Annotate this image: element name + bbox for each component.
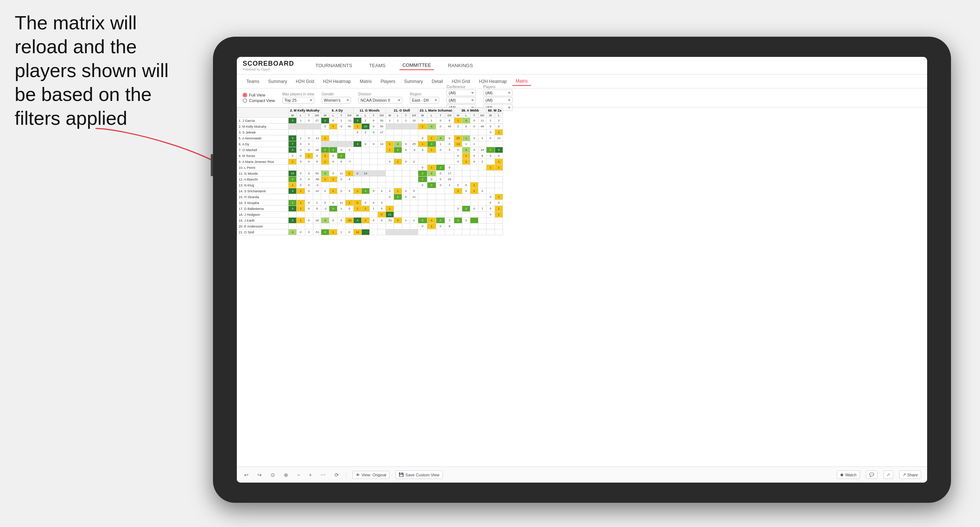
matrix-cell: -4	[410, 147, 418, 153]
table-row: 2. M Kelly Mulcahy0704011005014045060460…	[237, 124, 503, 130]
redo-button[interactable]: ↪	[256, 470, 263, 479]
matrix-cell: 4	[445, 147, 454, 153]
matrix-cell	[362, 229, 370, 235]
nav-tournaments[interactable]: TOURNAMENTS	[312, 61, 355, 70]
matrix-cell: 2	[418, 176, 427, 183]
matrix-cell: 1	[427, 165, 436, 171]
compact-view-radio[interactable]	[243, 98, 247, 103]
player-name-cell[interactable]: 12. A Bianchi	[237, 176, 289, 183]
sub-nav-h2h-grid1[interactable]: H2H Grid	[292, 78, 318, 86]
matrix-cell	[289, 224, 297, 229]
player-name-cell[interactable]: 8. M Torres	[237, 153, 289, 159]
matrix-cell	[337, 141, 345, 147]
watch-button[interactable]: ◉ Watch	[837, 470, 860, 479]
player-name-cell[interactable]: 17. D Ballesteros	[237, 206, 289, 212]
matrix-cell	[486, 183, 495, 188]
matrix-cell: 25	[445, 176, 454, 183]
matrix-cell: 1	[337, 206, 345, 212]
matrix-cell: 1	[418, 124, 427, 130]
nav-committee[interactable]: COMMITTEE	[399, 61, 434, 70]
conference-select1[interactable]: (All)	[447, 90, 476, 96]
comment-button[interactable]: 💬	[866, 470, 878, 479]
expand-button[interactable]: ⤢	[883, 470, 893, 479]
player-name-cell[interactable]: 2. M Kelly Mulcahy	[237, 124, 289, 130]
compact-view-option[interactable]: Compact View	[243, 98, 275, 103]
matrix-cell	[362, 165, 370, 171]
matrix-cell	[402, 212, 410, 217]
player-name-cell[interactable]: 19. J Karth	[237, 217, 289, 224]
share-button[interactable]: ↗ Share	[899, 470, 921, 479]
zoom-fit-button[interactable]: ⊕	[282, 470, 290, 479]
sub-nav-h2h-grid2[interactable]: H2H Grid	[448, 78, 474, 86]
sub-navigation: Teams Summary H2H Grid H2H Heatmap Matri…	[237, 75, 927, 89]
matrix-cell: 17	[445, 171, 454, 176]
matrix-cell	[394, 171, 402, 176]
zoom-in-button[interactable]: +	[307, 470, 313, 479]
region-select[interactable]: East - DII	[410, 97, 439, 103]
sub-nav-matrix1[interactable]: Matrix	[356, 78, 375, 86]
player-name-cell[interactable]: 14. S Srichantamit	[237, 188, 289, 194]
player-name-cell[interactable]: 13. N Klug	[237, 183, 289, 188]
full-view-option[interactable]: Full View	[243, 93, 275, 97]
player-name-cell[interactable]: 1. J Garcia	[237, 118, 289, 124]
undo-button[interactable]: ↩	[243, 470, 250, 479]
player-name-cell[interactable]: 20. E Andersson	[237, 224, 289, 229]
players-select1[interactable]: (All)	[483, 90, 512, 96]
zoom-out-button[interactable]: −	[296, 470, 301, 479]
matrix-cell	[470, 200, 478, 206]
matrix-cell	[436, 194, 445, 200]
matrix-cell	[470, 176, 478, 183]
player-name-cell[interactable]: 9. A Maria Jimenez Rios	[237, 159, 289, 165]
player-name-cell[interactable]: 11. G Woods	[237, 171, 289, 176]
matrix-cell: 4	[427, 124, 436, 130]
matrix-cell: 2	[289, 200, 297, 206]
sub-nav-players[interactable]: Players	[377, 78, 399, 86]
player-name-cell[interactable]: 6. A Dy	[237, 141, 289, 147]
matrix-cell: 0	[418, 224, 427, 229]
matrix-cell	[337, 183, 345, 188]
sub-nav-detail[interactable]: Detail	[428, 78, 447, 86]
matrix-cell: 50	[313, 171, 321, 176]
sub-nav-summary1[interactable]: Summary	[264, 78, 290, 86]
sub-nav-summary2[interactable]: Summary	[400, 78, 426, 86]
matrix-cell	[462, 229, 470, 235]
settings-button[interactable]: ⟳	[333, 470, 340, 479]
matrix-cell	[427, 229, 436, 235]
matrix-cell	[394, 176, 402, 183]
player-name-cell[interactable]: 10. L Perini	[237, 165, 289, 171]
full-view-radio[interactable]	[243, 93, 247, 97]
division-select[interactable]: NCAA Division II	[358, 97, 402, 103]
view-original-button[interactable]: 👁 View: Original	[353, 471, 390, 479]
sub-nav-h2h-heatmap1[interactable]: H2H Heatmap	[320, 78, 355, 86]
more-button[interactable]: ⋯	[319, 470, 327, 479]
sub-nav-matrix2[interactable]: Matrix	[512, 77, 532, 86]
matrix-cell	[402, 130, 410, 135]
matrix-cell: 2	[394, 147, 402, 153]
conference-select2[interactable]: (All)	[447, 97, 476, 103]
matrix-cell: 1	[462, 141, 470, 147]
player-name-cell[interactable]: 21. O Stoll	[237, 229, 289, 235]
gender-select[interactable]: Women's	[321, 97, 351, 103]
sub-nav-teams[interactable]: Teams	[243, 78, 263, 86]
player-name-cell[interactable]: 5. A Nomrowski	[237, 135, 289, 141]
sub-nav-h2h-heatmap2[interactable]: H2H Heatmap	[475, 78, 511, 86]
nav-teams[interactable]: TEAMS	[366, 61, 388, 70]
matrix-cell	[313, 130, 321, 135]
matrix-cell: 0	[345, 206, 353, 212]
nav-rankings[interactable]: RANKINGS	[445, 61, 476, 70]
player-name-cell[interactable]: 16. X Mcqaha	[237, 200, 289, 206]
matrix-cell: 0	[305, 159, 313, 165]
matrix-cell: 0	[297, 141, 305, 147]
matrix-cell: 1	[329, 188, 337, 194]
refresh-button[interactable]: ⊙	[269, 470, 277, 479]
players-select2[interactable]: (All)	[483, 97, 512, 103]
player-name-cell[interactable]: 18. J Hodgson	[237, 212, 289, 217]
save-custom-view-button[interactable]: 💾 Save Custom View	[395, 470, 443, 479]
player-name-cell[interactable]: 15. H Stranda	[237, 194, 289, 200]
matrix-cell	[337, 194, 345, 200]
player-name-cell[interactable]: 3. S Jelinek	[237, 130, 289, 135]
player-name-cell[interactable]: 7. O Mitchell	[237, 147, 289, 153]
max-players-select[interactable]: Top 25	[282, 97, 314, 103]
matrix-table-wrapper[interactable]: 2. M Kelly Mulcahy 6. A Dy 11. G Woods 2…	[237, 108, 927, 467]
matrix-cell: 0	[305, 171, 313, 176]
